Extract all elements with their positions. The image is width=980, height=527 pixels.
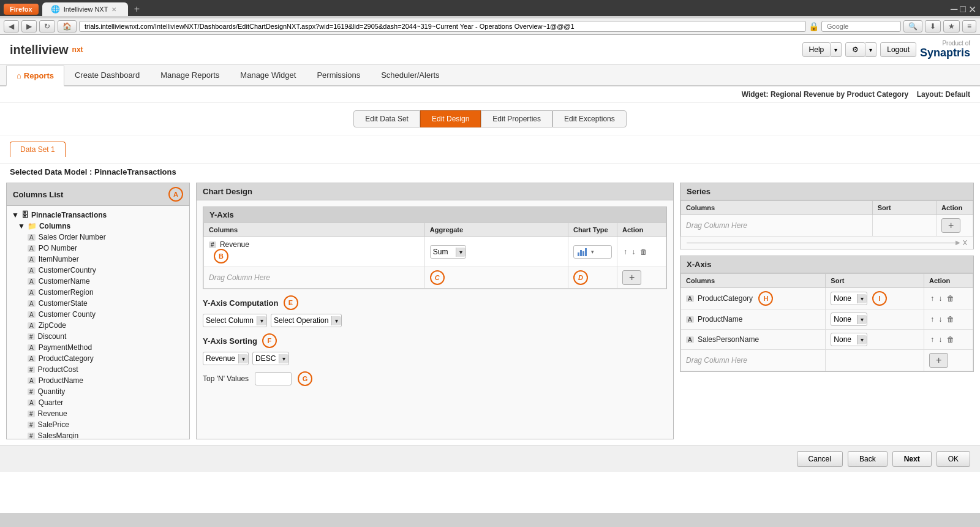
tab-close-icon[interactable]: ✕: [111, 6, 116, 13]
sort-col-select[interactable]: Revenue: [203, 352, 238, 365]
tree-item-sales-order-number[interactable]: ASales Order Number: [9, 232, 187, 243]
chart-type-arrow[interactable]: ▾: [591, 249, 594, 255]
add-y-axis-button[interactable]: +: [622, 270, 641, 285]
move-up-icon[interactable]: ↑: [624, 248, 627, 256]
next-button[interactable]: Next: [892, 451, 932, 467]
x-row1-up-icon[interactable]: ↑: [930, 315, 934, 324]
tree-item-discount[interactable]: #Discount: [9, 331, 187, 342]
x-row0-sort-select[interactable]: None ASC DESC: [831, 292, 857, 305]
firefox-button[interactable]: Firefox: [4, 4, 39, 15]
select-column-select[interactable]: Select Column: [203, 314, 257, 327]
select-operation-select[interactable]: Select Operation: [271, 314, 331, 327]
search-bar[interactable]: [821, 21, 901, 32]
tree-item-revenue[interactable]: #Revenue: [9, 408, 187, 419]
select-operation-arrow[interactable]: ▾: [331, 316, 341, 325]
minimize-icon[interactable]: ─: [951, 4, 957, 15]
sub-tab-edit-exceptions[interactable]: Edit Exceptions: [552, 110, 627, 127]
x-row1-sort-select[interactable]: None ASC DESC: [831, 313, 857, 325]
x-row0-sort-arrow[interactable]: ▾: [857, 294, 867, 303]
settings-arrow-button[interactable]: ▾: [865, 42, 876, 57]
tab-manage-reports[interactable]: Manage Reports: [150, 65, 230, 85]
chart-type-button[interactable]: ▾: [573, 245, 612, 259]
sort-col-dropdown[interactable]: Revenue ▾: [203, 352, 249, 365]
tab-permissions[interactable]: Permissions: [306, 65, 371, 85]
restore-icon[interactable]: □: [960, 4, 966, 15]
dataset-tab[interactable]: Data Set 1: [10, 142, 66, 157]
tree-item-productcost[interactable]: #ProductCost: [9, 364, 187, 375]
tree-item-po-number[interactable]: APO Number: [9, 243, 187, 254]
x-row2-sort-select[interactable]: None ASC DESC: [831, 333, 857, 346]
tree-item-zipcode[interactable]: AZipCode: [9, 320, 187, 331]
new-tab-button[interactable]: +: [129, 2, 145, 16]
menu-nav-button[interactable]: ≡: [962, 20, 976, 32]
x-row1-sort-arrow[interactable]: ▾: [857, 315, 867, 324]
forward-nav-button[interactable]: ▶: [21, 20, 37, 32]
add-series-button[interactable]: +: [941, 218, 960, 233]
back-nav-button[interactable]: ◀: [4, 20, 19, 32]
tab-manage-widget[interactable]: Manage Widget: [230, 65, 306, 85]
sort-dir-select[interactable]: DESC ASC: [253, 352, 279, 365]
folder-collapse-icon[interactable]: ▼: [18, 222, 25, 230]
address-bar[interactable]: [79, 21, 806, 32]
aggregate-dropdown[interactable]: Sum Count Avg Max Min ▾: [430, 245, 466, 259]
settings-button[interactable]: ⚙: [845, 42, 865, 57]
x-row0-delete-icon[interactable]: 🗑: [947, 294, 954, 303]
search-nav-button[interactable]: 🔍: [903, 20, 922, 32]
tab-create-dashboard[interactable]: Create Dashboard: [64, 65, 150, 85]
x-row1-delete-icon[interactable]: 🗑: [947, 315, 954, 324]
select-operation-dropdown[interactable]: Select Operation ▾: [271, 314, 342, 327]
tree-item-salesmargin[interactable]: #SalesMargin: [9, 430, 187, 439]
collapse-icon[interactable]: ▼: [12, 211, 19, 219]
browser-tab-active[interactable]: 🌐 Intelliview NXT ✕: [42, 2, 128, 16]
x-row2-down-icon[interactable]: ↓: [938, 335, 942, 344]
tree-item-customername[interactable]: ACustomerName: [9, 276, 187, 287]
tree-item-customercountry[interactable]: ACustomerCountry: [9, 265, 187, 276]
move-down-icon[interactable]: ↓: [631, 248, 635, 256]
x-row0-down-icon[interactable]: ↓: [938, 294, 942, 303]
ok-button[interactable]: OK: [937, 451, 970, 467]
tree-item-productcategory[interactable]: AProductCategory: [9, 353, 187, 364]
tree-item-customer-county[interactable]: ACustomer County: [9, 309, 187, 320]
x-row1-sort-dropdown[interactable]: None ASC DESC ▾: [831, 313, 867, 326]
sub-tab-edit-data-set[interactable]: Edit Data Set: [353, 110, 420, 127]
select-column-arrow[interactable]: ▾: [257, 316, 266, 325]
sub-tab-edit-design[interactable]: Edit Design: [420, 110, 481, 127]
close-icon[interactable]: ✕: [968, 4, 976, 15]
bookmark-nav-button[interactable]: ★: [943, 20, 960, 32]
tab-reports[interactable]: ⌂ Reports: [6, 66, 64, 86]
home-nav-button[interactable]: 🏠: [58, 20, 77, 32]
x-row2-up-icon[interactable]: ↑: [930, 335, 934, 344]
top-n-input[interactable]: [255, 372, 292, 385]
tab-scheduler-alerts[interactable]: Scheduler/Alerts: [371, 65, 450, 85]
tree-item-quantity[interactable]: #Quantity: [9, 386, 187, 397]
x-row2-sort-arrow[interactable]: ▾: [857, 335, 867, 344]
logout-button[interactable]: Logout: [880, 42, 916, 57]
tree-item-itemnumber[interactable]: AItemNumber: [9, 254, 187, 265]
help-button[interactable]: Help: [802, 42, 831, 57]
tree-item-saleprice[interactable]: #SalePrice: [9, 419, 187, 430]
x-row1-down-icon[interactable]: ↓: [938, 315, 942, 324]
tree-item-paymentmethod[interactable]: APaymentMethod: [9, 342, 187, 353]
cancel-button[interactable]: Cancel: [797, 451, 843, 467]
refresh-nav-button[interactable]: ↻: [39, 20, 55, 32]
x-row2-sort-dropdown[interactable]: None ASC DESC ▾: [831, 333, 867, 346]
x-row0-sort-dropdown[interactable]: None ASC DESC ▾: [831, 292, 867, 305]
x-row2-delete-icon[interactable]: 🗑: [947, 335, 954, 344]
x-row0-up-icon[interactable]: ↑: [930, 294, 934, 303]
back-button[interactable]: Back: [848, 451, 888, 467]
tree-item-productname[interactable]: AProductName: [9, 375, 187, 386]
aggregate-select[interactable]: Sum Count Avg Max Min: [431, 246, 456, 258]
add-x-axis-button[interactable]: +: [929, 353, 948, 368]
help-arrow-button[interactable]: ▾: [831, 42, 842, 57]
aggregate-arrow[interactable]: ▾: [456, 248, 466, 257]
tree-item-quarter[interactable]: AQuarter: [9, 397, 187, 408]
sort-dir-arrow[interactable]: ▾: [279, 354, 288, 363]
sub-tab-edit-properties[interactable]: Edit Properties: [481, 110, 552, 127]
download-nav-button[interactable]: ⬇: [925, 20, 941, 32]
tree-item-customerregion[interactable]: ACustomerRegion: [9, 287, 187, 298]
select-column-dropdown[interactable]: Select Column ▾: [203, 314, 267, 327]
tree-item-customerstate[interactable]: ACustomerState: [9, 298, 187, 309]
delete-icon[interactable]: 🗑: [640, 248, 647, 256]
sort-dir-dropdown[interactable]: DESC ASC ▾: [252, 352, 289, 365]
sort-col-arrow[interactable]: ▾: [238, 354, 248, 363]
